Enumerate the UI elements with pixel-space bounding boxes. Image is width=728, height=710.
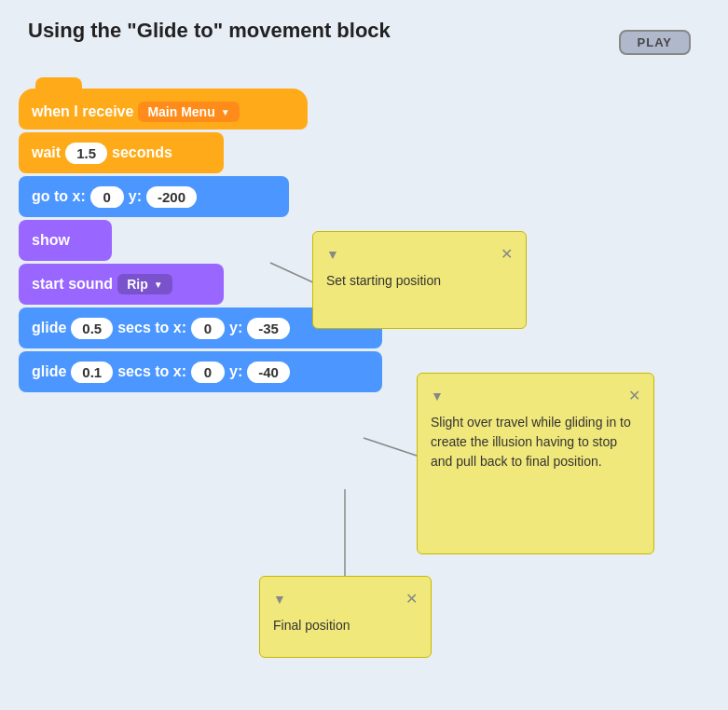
- block-glide2: glide 0.1 secs to x: 0 y: -40: [19, 351, 382, 392]
- block-wait-input[interactable]: 1.5: [65, 143, 107, 164]
- block-start-sound: start sound Rip ▼: [19, 264, 224, 305]
- block-start-sound-label: start sound: [32, 276, 113, 293]
- block-goto-y[interactable]: -200: [146, 186, 197, 208]
- note-final-close[interactable]: ✕: [405, 588, 418, 610]
- block-wait-label: wait: [32, 144, 61, 161]
- block-show-label: show: [32, 232, 70, 249]
- block-wait-suffix: seconds: [112, 144, 172, 161]
- block-glide2-label: glide: [32, 363, 66, 380]
- play-button[interactable]: PLAY: [619, 30, 691, 55]
- block-goto: go to x: 0 y: -200: [19, 176, 289, 217]
- main-menu-label[interactable]: Main Menu ▼: [138, 102, 239, 122]
- note-start-pos-arrow: ▼: [326, 245, 339, 265]
- page-title: Using the "Glide to" movement block: [28, 19, 391, 43]
- block-when-receive: when I receive Main Menu ▼: [19, 89, 308, 130]
- main-menu-dropdown-arrow[interactable]: ▼: [221, 107, 230, 117]
- note-final-text: Final position: [273, 616, 418, 635]
- block-glide2-x[interactable]: 0: [191, 362, 225, 383]
- block-glide2-label2: secs to x:: [117, 363, 186, 380]
- block-glide2-label3: y:: [229, 363, 242, 380]
- note-start-pos-close[interactable]: ✕: [501, 243, 513, 266]
- note-glide-travel: ▼ ✕ Slight over travel while gliding in …: [417, 373, 654, 554]
- block-glide1-y[interactable]: -35: [247, 318, 290, 339]
- block-glide1-secs[interactable]: 0.5: [71, 318, 113, 339]
- block-glide1-label: glide: [32, 320, 66, 336]
- block-goto-label: go to x:: [32, 188, 86, 205]
- block-goto-ylabel: y:: [129, 188, 142, 205]
- rip-dropdown-arrow[interactable]: ▼: [154, 280, 163, 290]
- note-start-position: ▼ ✕ Set starting position: [312, 231, 527, 329]
- note-final-arrow: ▼: [273, 590, 286, 609]
- block-goto-x[interactable]: 0: [90, 186, 124, 208]
- rip-label[interactable]: Rip ▼: [117, 274, 172, 294]
- block-glide1-label2: secs to x:: [117, 320, 186, 336]
- note-glide-arrow: ▼: [431, 387, 444, 406]
- block-wait: wait 1.5 seconds: [19, 132, 224, 173]
- note-glide-text: Slight over travel while gliding in to c…: [431, 413, 640, 471]
- block-glide1-x[interactable]: 0: [191, 318, 225, 339]
- block-show: show: [19, 220, 112, 261]
- block-when-receive-label: when I receive: [32, 103, 133, 120]
- block-glide2-y[interactable]: -40: [247, 362, 290, 383]
- svg-line-1: [364, 438, 419, 457]
- note-glide-close[interactable]: ✕: [628, 385, 640, 407]
- block-glide1-label3: y:: [229, 320, 242, 336]
- block-glide2-secs[interactable]: 0.1: [71, 362, 113, 383]
- note-final-position: ▼ ✕ Final position: [259, 576, 432, 658]
- note-start-pos-text: Set starting position: [326, 271, 513, 291]
